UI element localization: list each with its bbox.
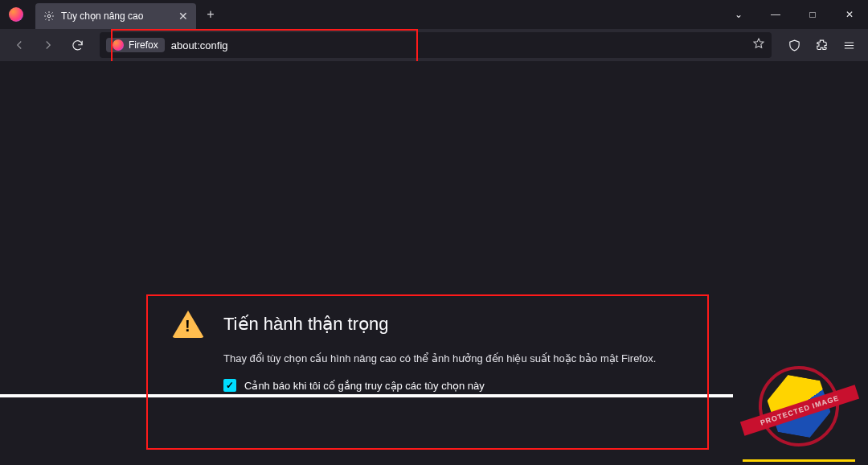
tabs-dropdown-button[interactable]: ⌄: [720, 0, 757, 29]
identity-chip-label: Firefox: [129, 39, 158, 51]
url-text: about:config: [171, 39, 228, 51]
warning-description: Thay đổi tùy chọn cấu hình nâng cao có t…: [223, 352, 683, 364]
toolbar: Firefox about:config: [0, 29, 868, 61]
forward-button[interactable]: [35, 32, 61, 58]
watermark-underline: [743, 459, 855, 462]
reload-button[interactable]: [64, 32, 90, 58]
config-warning-panel: Tiến hành thận trọng Thay đổi tùy chọn c…: [146, 294, 709, 450]
warning-triangle-icon: [172, 311, 204, 338]
watermark: PROTECTED IMAGE: [735, 312, 863, 465]
active-tab[interactable]: Tùy chọn nâng cao ✕: [35, 3, 196, 29]
urlbar[interactable]: Firefox about:config: [100, 32, 772, 58]
minimize-button[interactable]: —: [757, 0, 794, 29]
content-area: Tiến hành thận trọng Thay đổi tùy chọn c…: [0, 61, 868, 465]
bookmark-star-icon[interactable]: [752, 37, 765, 53]
warn-checkbox-label: Cảnh báo khi tôi cố gắng truy cập các tù…: [244, 380, 485, 392]
titlebar: Tùy chọn nâng cao ✕ + ⌄ — □ ✕: [0, 0, 868, 29]
close-window-button[interactable]: ✕: [831, 0, 868, 29]
warning-title: Tiến hành thận trọng: [223, 314, 389, 335]
maximize-button[interactable]: □: [794, 0, 831, 29]
identity-chip[interactable]: Firefox: [106, 38, 165, 52]
firefox-app-icon: [0, 7, 32, 22]
warning-checkbox-row: ✓ Cảnh báo khi tôi cố gắng truy cập các …: [223, 379, 683, 392]
toolbar-right: [781, 32, 862, 58]
window-controls: ⌄ — □ ✕: [720, 0, 868, 29]
urlbar-container: Firefox about:config: [100, 32, 772, 58]
extensions-icon[interactable]: [809, 32, 834, 58]
tab-title: Tùy chọn nâng cao: [61, 10, 143, 22]
app-menu-icon[interactable]: [836, 32, 862, 58]
gear-icon: [43, 10, 55, 22]
warn-checkbox[interactable]: ✓: [223, 379, 236, 392]
new-tab-button[interactable]: +: [199, 3, 222, 26]
svg-point-0: [47, 14, 51, 18]
back-button[interactable]: [6, 32, 32, 58]
watermark-logo: PROTECTED IMAGE: [751, 358, 847, 455]
tab-close-icon[interactable]: ✕: [178, 10, 188, 23]
firefox-icon: [113, 39, 124, 51]
warning-header: Tiến hành thận trọng: [172, 311, 683, 338]
shield-icon[interactable]: [781, 32, 807, 58]
